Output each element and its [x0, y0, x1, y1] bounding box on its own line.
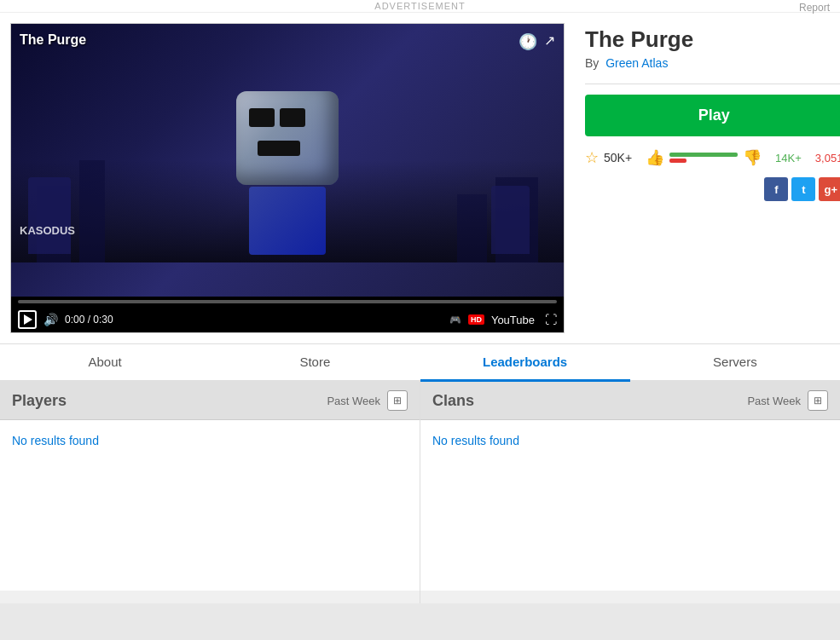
- dislikes-count: 3,051: [815, 152, 840, 164]
- players-header: Players Past Week ⊞: [0, 382, 420, 420]
- facebook-share-button[interactable]: f: [764, 177, 788, 201]
- video-time: 0:00 / 0:30: [65, 314, 113, 326]
- thumbup-icon[interactable]: 👍: [646, 148, 664, 167]
- youtube-badge: 🎮 HD YouTube ⛶: [449, 313, 557, 326]
- likes-count: 14K+: [775, 152, 802, 164]
- clans-header: Clans Past Week ⊞: [420, 382, 840, 420]
- twitter-share-button[interactable]: t: [791, 177, 815, 201]
- vote-section: 👍 👎: [646, 148, 762, 167]
- vote-bar-negative: [669, 159, 686, 163]
- share-icon[interactable]: ↗: [544, 32, 555, 51]
- hd-badge: HD: [468, 314, 484, 325]
- likes-stat: 14K+: [775, 152, 802, 164]
- clans-filter-label: Past Week: [747, 395, 801, 407]
- tab-servers[interactable]: Servers: [630, 344, 840, 382]
- expand-icon[interactable]: ⛶: [545, 313, 557, 326]
- game-details-panel: The Purge By Green Atlas Play ☆ 50K+ 👍 👎…: [578, 23, 840, 333]
- stats-row: ☆ 50K+ 👍 👎 14K+ 3,051: [585, 148, 840, 167]
- tab-store[interactable]: Store: [210, 344, 420, 382]
- clans-column: Clans Past Week ⊞ No results found: [420, 382, 840, 603]
- video-watermark: KASODUS: [20, 224, 75, 237]
- sort-icon: ⊞: [393, 395, 402, 406]
- advertisement-bar: ADVERTISEMENT: [0, 0, 840, 13]
- players-sort-button[interactable]: ⊞: [387, 390, 408, 411]
- vote-bar-positive: [669, 153, 738, 157]
- players-no-results: No results found: [12, 434, 99, 447]
- clans-title: Clans: [432, 392, 474, 410]
- favorites-stat: ☆ 50K+: [585, 148, 632, 167]
- players-filter: Past Week ⊞: [327, 390, 408, 411]
- video-thumbnail: The Purge 🕐 ↗ KASODUS: [11, 24, 564, 297]
- play-button[interactable]: Play: [585, 95, 840, 136]
- youtube-label: YouTube: [491, 314, 535, 326]
- dislikes-stat: 3,051: [815, 152, 840, 164]
- clans-sort-icon: ⊞: [814, 395, 822, 406]
- clans-content: No results found: [420, 420, 840, 591]
- social-share-buttons: f t g+: [764, 177, 840, 201]
- video-player: The Purge 🕐 ↗ KASODUS 🔊 0:00 / 0:30 🎮 HD: [10, 23, 565, 333]
- video-title: The Purge: [20, 32, 86, 48]
- clans-sort-button[interactable]: ⊞: [808, 390, 828, 411]
- author-link[interactable]: Green Atlas: [605, 56, 668, 70]
- game-info-section: The Purge 🕐 ↗ KASODUS 🔊 0:00 / 0:30 🎮 HD: [0, 13, 840, 344]
- thumbdown-icon[interactable]: 👎: [743, 148, 762, 167]
- game-author: By Green Atlas: [585, 56, 840, 70]
- report-link[interactable]: Report: [799, 2, 830, 14]
- game-title: The Purge: [585, 26, 840, 53]
- clock-icon[interactable]: 🕐: [518, 32, 537, 51]
- volume-icon[interactable]: 🔊: [43, 313, 58, 326]
- tabs-container: About Store Leaderboards Servers: [0, 344, 840, 382]
- players-column: Players Past Week ⊞ No results found: [0, 382, 420, 603]
- video-bottom-controls: 🔊 0:00 / 0:30 🎮 HD YouTube ⛶: [11, 307, 564, 332]
- favorites-count: 50K+: [604, 151, 632, 164]
- star-icon: ☆: [585, 148, 599, 167]
- players-content: No results found: [0, 420, 420, 591]
- leaderboard-section: Players Past Week ⊞ No results found Cla…: [0, 382, 840, 603]
- tab-leaderboards[interactable]: Leaderboards: [420, 344, 630, 382]
- players-title: Players: [12, 392, 67, 410]
- tab-about[interactable]: About: [0, 344, 210, 382]
- video-top-controls[interactable]: 🕐 ↗: [518, 32, 555, 51]
- clans-filter: Past Week ⊞: [747, 390, 828, 411]
- author-prefix: By: [585, 56, 599, 70]
- players-filter-label: Past Week: [327, 395, 380, 407]
- googleplus-share-button[interactable]: g+: [819, 177, 840, 201]
- play-pause-button[interactable]: [18, 310, 37, 329]
- vote-bars: [669, 153, 738, 163]
- play-triangle-icon: [24, 314, 32, 325]
- video-progress-bar[interactable]: [18, 300, 557, 303]
- divider-1: [585, 84, 840, 84]
- clans-no-results: No results found: [432, 434, 519, 447]
